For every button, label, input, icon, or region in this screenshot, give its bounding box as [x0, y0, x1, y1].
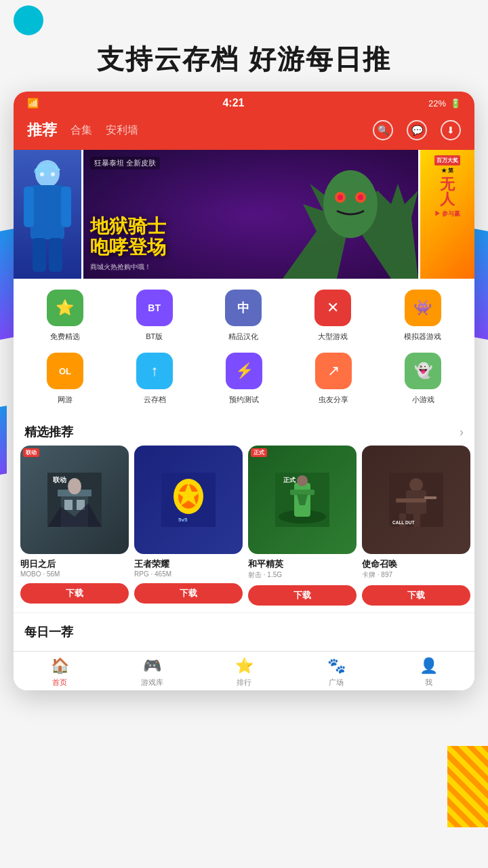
phone-mockup: 📶 4:21 22% 🔋 推荐 合集 安利墙 🔍 💬 ⬇	[14, 92, 474, 690]
game-card-2[interactable]: 5v5 王者荣耀 RPG · 465M 下载	[134, 446, 243, 606]
category-share[interactable]: ↗ 虫友分享	[315, 353, 352, 405]
svg-rect-4	[33, 238, 46, 272]
category-bt[interactable]: BT BT版	[136, 290, 173, 342]
banner-anime[interactable]	[14, 150, 81, 279]
category-mini-icon: 👻	[405, 353, 441, 389]
category-share-label: 虫友分享	[319, 395, 348, 405]
category-large-label: 大型游戏	[318, 332, 348, 342]
game-card-3[interactable]: 正式 正式 和平精英 射击 · 1.5G 下载	[248, 446, 357, 606]
download-btn-3[interactable]: 下载	[248, 585, 357, 606]
status-left: 📶	[27, 98, 39, 108]
download-btn-4[interactable]: 下载	[362, 585, 470, 606]
category-free[interactable]: ⭐ 免费精选	[47, 290, 83, 342]
category-emulator[interactable]: 👾 模拟器游戏	[404, 290, 441, 342]
category-section: ⭐ 免费精选 BT BT版 中 精品汉化 ✕ 大型游戏 👾 模拟器游戏	[14, 279, 474, 651]
status-bar: 📶 4:21 22% 🔋	[14, 92, 474, 115]
svg-point-29	[297, 475, 308, 486]
nav-rank[interactable]: ⭐ 排行	[198, 657, 290, 688]
game-thumb-1: 联动 联动	[20, 446, 129, 554]
category-large[interactable]: ✕ 大型游戏	[314, 290, 351, 342]
game-thumb-4: CALL DUT	[362, 446, 470, 554]
download-btn-1[interactable]: 下载	[20, 583, 129, 604]
game-meta-2: RPG · 465M	[134, 570, 243, 578]
featured-arrow[interactable]: ›	[460, 425, 464, 439]
game-thumb-bg-2: 5v5	[134, 446, 243, 554]
prize-star-label: ★ 第	[441, 167, 453, 174]
category-cloud-label: 云存档	[144, 395, 166, 405]
game-badge-1: 联动	[23, 448, 39, 457]
category-beta[interactable]: ⚡ 预约测试	[226, 353, 262, 405]
category-chinese-icon: 中	[225, 290, 262, 326]
game-icon-4-svg: CALL DUT	[389, 473, 443, 527]
game-card-4[interactable]: CALL DUT 使命召唤 卡牌 · 897 下载	[362, 446, 470, 606]
svg-rect-28	[290, 490, 314, 495]
nav-me[interactable]: 👤 我	[382, 657, 474, 688]
search-icon-btn[interactable]: 🔍	[373, 120, 393, 140]
nav-home[interactable]: 🏠 首页	[14, 657, 106, 688]
category-beta-icon: ⚡	[226, 353, 262, 389]
bottom-nav: 🏠 首页 🎮 游戏库 ⭐ 排行 🐾 广场 👤 我	[14, 651, 474, 690]
nav-item-collection[interactable]: 合集	[70, 123, 92, 138]
svg-rect-3	[61, 186, 71, 227]
svg-text:CALL DUT: CALL DUT	[392, 520, 414, 525]
category-mini[interactable]: 👻 小游戏	[405, 353, 441, 405]
category-grid-2: OL 网游 ↑ 云存档 ⚡ 预约测试 ↗ 虫友分享 👻 小游戏	[14, 353, 474, 416]
prize-num: 无人	[440, 177, 455, 207]
game-name-4: 使命召唤	[362, 558, 470, 570]
category-emulator-label: 模拟器游戏	[404, 332, 441, 342]
game-thumb-2: 5v5	[134, 446, 243, 554]
library-label: 游戏库	[141, 677, 163, 688]
svg-rect-37	[413, 513, 420, 527]
status-time: 4:21	[222, 97, 244, 109]
nav-title[interactable]: 推荐	[27, 120, 57, 140]
more-section-label: 每日一荐	[24, 625, 73, 639]
banner-anime-bg	[14, 150, 81, 279]
monster-svg	[283, 150, 418, 279]
download-btn-2[interactable]: 下载	[134, 583, 243, 604]
battery-text: 22%	[428, 98, 446, 108]
svg-text:正式: 正式	[283, 477, 296, 484]
game-card-1[interactable]: 联动 联动 明日之后 MOBO · 56M 下载	[20, 446, 129, 606]
category-emulator-icon: 👾	[405, 290, 441, 326]
svg-rect-34	[396, 498, 426, 502]
game-icon-1-svg: 联动	[47, 473, 102, 527]
battery-icon: 🔋	[450, 98, 461, 108]
category-bt-label: BT版	[146, 332, 163, 342]
category-bt-icon: BT	[136, 290, 173, 326]
category-online[interactable]: OL 网游	[47, 353, 83, 405]
status-right: 22% 🔋	[428, 98, 461, 108]
banner-prize[interactable]: 百万大奖 ★ 第 无人 ▶ 参与赢	[420, 150, 474, 279]
svg-rect-5	[49, 238, 62, 272]
nav-item-recommend[interactable]: 安利墙	[106, 123, 138, 138]
game-name-2: 王者荣耀	[134, 558, 243, 570]
decorative-corner	[447, 746, 488, 827]
category-share-icon: ↗	[315, 353, 352, 389]
banner-hellknight[interactable]: 狂暴泰坦 全新皮肤 地狱骑士咆哮登场 商城火热抢购中哦！	[83, 150, 418, 279]
message-icon-btn[interactable]: 💬	[407, 120, 427, 140]
nav-square[interactable]: 🐾 广场	[290, 657, 382, 688]
nav-library[interactable]: 🎮 游戏库	[106, 657, 198, 688]
banner-sub-text: 商城火热抢购中哦！	[90, 262, 151, 272]
library-icon: 🎮	[143, 657, 161, 675]
game-icon-3-svg: 正式	[275, 473, 329, 527]
category-chinese[interactable]: 中 精品汉化	[225, 290, 262, 342]
category-large-icon: ✕	[314, 290, 351, 326]
category-beta-label: 预约测试	[229, 395, 259, 405]
banner-main-text: 地狱骑士咆哮登场	[90, 216, 166, 258]
game-meta-3: 射击 · 1.5G	[248, 570, 357, 580]
category-free-icon: ⭐	[47, 290, 83, 326]
game-thumb-bg-4: CALL DUT	[362, 446, 470, 554]
wifi-icon: 📶	[27, 98, 39, 108]
home-icon: 🏠	[51, 657, 69, 675]
svg-text:联动: 联动	[52, 476, 66, 484]
download-icon-btn[interactable]: ⬇	[441, 120, 461, 140]
featured-title: 精选推荐	[24, 424, 460, 440]
me-label: 我	[425, 677, 432, 688]
game-icon-2-svg: 5v5	[161, 473, 216, 527]
svg-point-7	[40, 172, 44, 176]
game-cards: 联动 联动 明日之后 MOBO · 56M 下载	[14, 446, 474, 612]
decorative-stripe-3	[474, 229, 488, 340]
tagline: 支持云存档 好游每日推	[0, 0, 488, 92]
category-cloud[interactable]: ↑ 云存档	[136, 353, 173, 405]
more-section: 每日一荐	[14, 612, 474, 651]
